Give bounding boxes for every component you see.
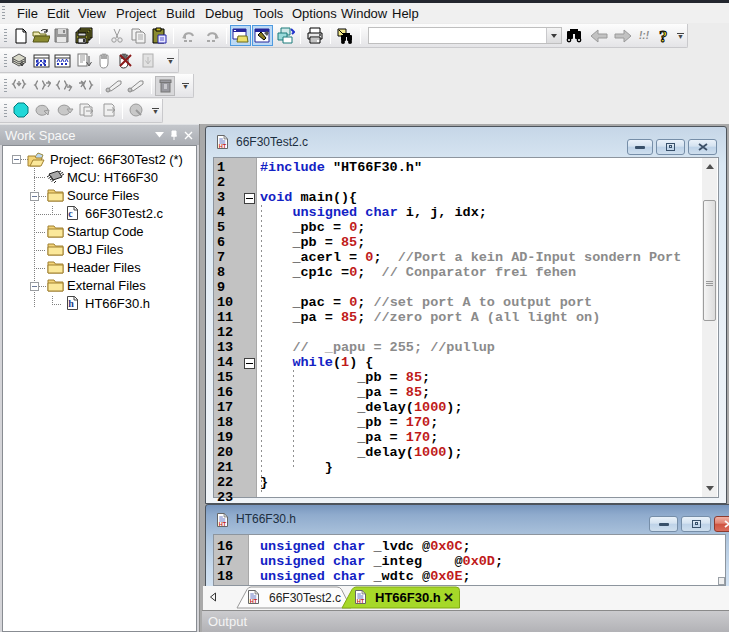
svg-text:HT: HT (250, 598, 258, 604)
svg-text:h: h (68, 298, 74, 309)
svg-text:HT: HT (219, 520, 227, 526)
svg-text:HT: HT (219, 143, 227, 149)
svg-text:HT: HT (357, 598, 365, 604)
svg-text:c: c (68, 208, 73, 219)
svg-text:?: ? (659, 27, 668, 45)
